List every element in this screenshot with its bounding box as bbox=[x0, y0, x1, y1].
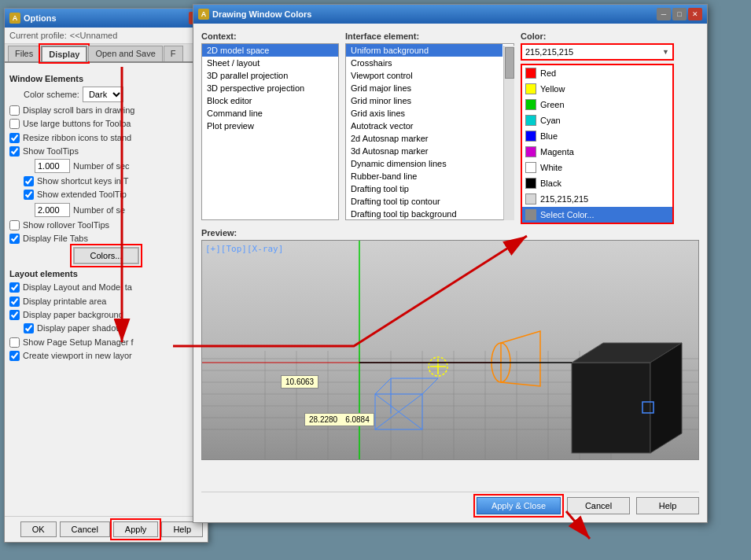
interface-item-3[interactable]: Grid major lines bbox=[346, 82, 503, 94]
cb-shortcut-keys-label: Show shortcut keys in T bbox=[37, 175, 129, 186]
options-apply-button[interactable]: Apply bbox=[113, 521, 159, 537]
options-title: Options bbox=[24, 13, 57, 23]
cb-create-viewport-input[interactable] bbox=[9, 351, 20, 361]
context-item-5[interactable]: Command line bbox=[202, 107, 338, 120]
cb-tooltips: Show ToolTips bbox=[9, 146, 203, 157]
interface-scrollbar[interactable] bbox=[503, 46, 514, 220]
context-item-1[interactable]: Sheet / layout bbox=[202, 57, 338, 69]
options-help-button[interactable]: Help bbox=[161, 521, 203, 537]
context-item-3[interactable]: 3D perspective projection bbox=[202, 82, 338, 94]
context-item-2[interactable]: 3D parallel projection bbox=[202, 69, 338, 82]
interface-item-13[interactable]: Drafting tool tip background bbox=[346, 208, 503, 220]
context-item-0[interactable]: 2D model space bbox=[202, 44, 338, 57]
apply-close-button[interactable]: Apply & Close bbox=[477, 497, 561, 514]
cb-paper-bg-input[interactable] bbox=[9, 310, 20, 320]
cb-large-buttons-input[interactable] bbox=[9, 119, 20, 129]
dwc-maximize-button[interactable]: □ bbox=[672, 8, 687, 20]
interface-item-2[interactable]: Viewport control bbox=[346, 69, 503, 82]
cb-resize-ribbon-input[interactable] bbox=[9, 133, 20, 143]
color-list: Red Yellow Green Cyan bbox=[521, 64, 674, 224]
options-content: Window Elements Color scheme: Dark Displ… bbox=[5, 63, 208, 370]
options-cancel-button[interactable]: Cancel bbox=[60, 521, 110, 537]
interface-item-6[interactable]: Autotrack vector bbox=[346, 120, 503, 132]
interface-item-4[interactable]: Grid minor lines bbox=[346, 94, 503, 107]
color-label-cyan: Cyan bbox=[540, 116, 561, 125]
color-item-magenta[interactable]: Magenta bbox=[522, 144, 672, 160]
dwc-title: Drawing Window Colors bbox=[212, 9, 311, 19]
cancel-button[interactable]: Cancel bbox=[567, 497, 630, 514]
color-swatch-red bbox=[525, 68, 536, 79]
cb-resize-ribbon-label: Resize ribbon icons to stand bbox=[23, 132, 131, 143]
cb-extended-tooltips: Show extended ToolTip bbox=[9, 189, 203, 200]
cb-page-setup-input[interactable] bbox=[9, 337, 20, 348]
dwc-app-icon: A bbox=[198, 9, 209, 20]
color-item-green[interactable]: Green bbox=[522, 97, 672, 112]
cb-large-buttons: Use large buttons for Toolba bbox=[9, 118, 203, 129]
layout-elements-section: Layout elements Display Layout and Model… bbox=[9, 269, 203, 361]
interface-item-0[interactable]: Uniform background bbox=[346, 44, 503, 57]
color-item-yellow[interactable]: Yellow bbox=[522, 81, 672, 97]
num-secs-label-1: Number of sec bbox=[73, 161, 130, 171]
options-tabs: Files Display Open and Save F bbox=[5, 44, 208, 63]
num-secs-input-2[interactable] bbox=[35, 203, 70, 217]
help-button[interactable]: Help bbox=[636, 497, 699, 514]
interface-label: Interface element: bbox=[345, 31, 514, 41]
color-dropdown[interactable]: 215,215,215 ▼ bbox=[521, 43, 674, 61]
dwc-minimize-button[interactable]: ─ bbox=[657, 8, 671, 20]
cb-tooltips-input[interactable] bbox=[9, 146, 20, 157]
cb-rollover-input[interactable] bbox=[9, 220, 20, 230]
context-item-4[interactable]: Block editor bbox=[202, 94, 338, 107]
tab-display[interactable]: Display bbox=[41, 46, 87, 61]
cb-layout-model-input[interactable] bbox=[9, 282, 20, 293]
tab-f[interactable]: F bbox=[164, 46, 183, 61]
interface-item-8[interactable]: 3d Autosnap marker bbox=[346, 145, 503, 157]
options-titlebar: A Options ✕ bbox=[5, 9, 208, 28]
color-swatch-blue bbox=[525, 131, 536, 142]
cb-create-viewport: Create viewport in new layor bbox=[9, 350, 203, 361]
color-scheme-select[interactable]: Dark bbox=[83, 87, 123, 102]
interface-item-5[interactable]: Grid axis lines bbox=[346, 107, 503, 120]
color-scheme-label: Color scheme: bbox=[24, 90, 79, 99]
interface-item-10[interactable]: Rubber-band line bbox=[346, 170, 503, 182]
interface-listbox[interactable]: Uniform background Crosshairs Viewport c… bbox=[345, 43, 514, 220]
dwc-body: Context: 2D model space Sheet / layout 3… bbox=[193, 24, 707, 522]
cb-rollover-label: Show rollover ToolTips bbox=[23, 219, 109, 230]
interface-item-7[interactable]: 2d Autosnap marker bbox=[346, 132, 503, 145]
dwc-window: A Drawing Window Colors ─ □ ✕ Context: 2… bbox=[193, 4, 708, 523]
color-item-select[interactable]: Select Color... bbox=[522, 207, 672, 223]
colors-button[interactable]: Colors... bbox=[73, 247, 140, 264]
cb-printable-label: Display printable area bbox=[23, 296, 106, 307]
interface-item-11[interactable]: Drafting tool tip bbox=[346, 182, 503, 195]
interface-item-1[interactable]: Crosshairs bbox=[346, 57, 503, 69]
preview-viewport: [+][Top][X-ray] 10.6063 28.2280 6.0884 bbox=[201, 240, 699, 460]
interface-item-9[interactable]: Dynamic dimension lines bbox=[346, 157, 503, 170]
color-item-red[interactable]: Red bbox=[522, 65, 672, 81]
interface-item-12[interactable]: Drafting tool tip contour bbox=[346, 195, 503, 208]
context-listbox[interactable]: 2D model space Sheet / layout 3D paralle… bbox=[201, 43, 339, 220]
cb-tooltips-label: Show ToolTips bbox=[23, 146, 79, 157]
cb-extended-tooltips-label: Show extended ToolTip bbox=[37, 189, 127, 200]
dwc-titlebar-buttons: ─ □ ✕ bbox=[657, 8, 702, 20]
cb-file-tabs-input[interactable] bbox=[9, 234, 20, 244]
num-secs-input-1[interactable] bbox=[35, 159, 70, 173]
cb-large-buttons-label: Use large buttons for Toolba bbox=[23, 118, 131, 129]
cb-paper-shadow-input[interactable] bbox=[24, 323, 34, 333]
color-item-cyan[interactable]: Cyan bbox=[522, 112, 672, 128]
num-secs-row-2: Number of se bbox=[9, 203, 203, 217]
num-secs-row-1: Number of sec bbox=[9, 159, 203, 173]
dwc-close-button[interactable]: ✕ bbox=[688, 8, 702, 20]
tab-open-save[interactable]: Open and Save bbox=[88, 46, 162, 61]
cb-printable-input[interactable] bbox=[9, 297, 20, 307]
cb-paper-bg-label: Display paper background bbox=[23, 309, 123, 320]
context-item-6[interactable]: Plot preview bbox=[202, 120, 338, 132]
color-item-blue[interactable]: Blue bbox=[522, 128, 672, 144]
options-ok-button[interactable]: OK bbox=[20, 521, 57, 537]
color-item-white[interactable]: White bbox=[522, 160, 672, 175]
cb-extended-tooltips-input[interactable] bbox=[24, 190, 34, 200]
cb-shortcut-keys-input[interactable] bbox=[24, 176, 34, 186]
cb-scrollbars-input[interactable] bbox=[9, 105, 20, 116]
cb-scrollbars: Display scroll bars in drawing bbox=[9, 105, 203, 116]
color-item-black[interactable]: Black bbox=[522, 175, 672, 191]
color-item-215[interactable]: 215,215,215 bbox=[522, 191, 672, 207]
tab-files[interactable]: Files bbox=[8, 46, 40, 61]
